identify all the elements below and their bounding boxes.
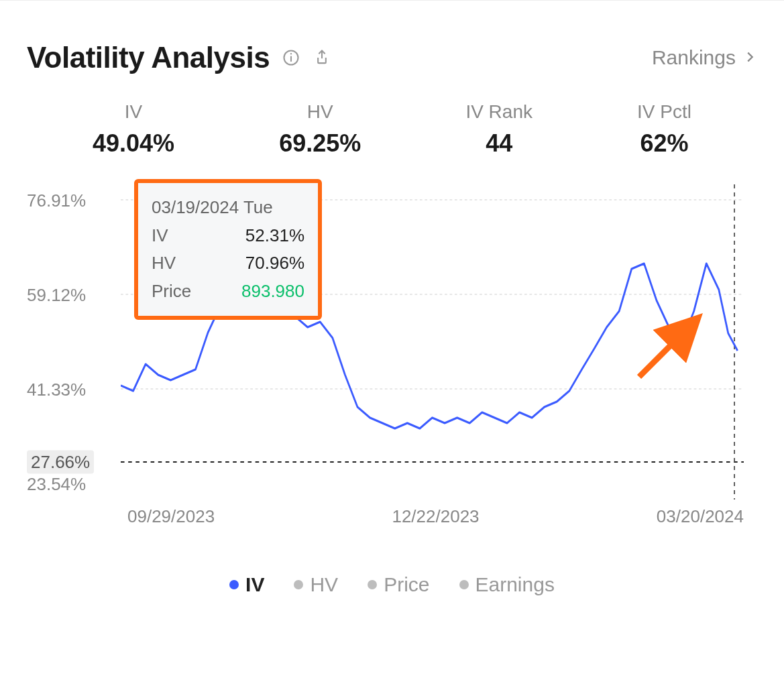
stat-label: IV Rank [465, 101, 533, 123]
annotation-arrow-icon [632, 310, 706, 384]
rankings-label: Rankings [652, 46, 736, 69]
x-tick: 12/22/2023 [392, 506, 479, 540]
legend-dot-icon [368, 580, 377, 589]
volatility-chart[interactable]: 76.91% 59.12% 41.33% 27.66% 23.54% 03/19… [27, 184, 750, 540]
svg-point-2 [290, 53, 292, 54]
legend-dot-icon [294, 580, 303, 589]
y-tick: 59.12% [27, 284, 86, 305]
y-axis: 76.91% 59.12% 41.33% 27.66% 23.54% [27, 184, 114, 500]
tooltip-price-label: Price [152, 278, 191, 306]
stat-label: IV [125, 101, 142, 123]
chevron-right-icon [742, 46, 757, 69]
tooltip-iv-label: IV [152, 222, 168, 250]
legend-dot-icon [229, 580, 239, 589]
volatility-analysis-panel: Volatility Analysis Rankings IV [0, 0, 784, 698]
tooltip-hv-value: 70.96% [245, 249, 304, 278]
tooltip-price-value: 893.980 [241, 278, 304, 306]
legend-iv[interactable]: IV [229, 573, 264, 596]
stat-label: IV Pctl [637, 101, 691, 123]
stat-iv-pctl[interactable]: IV Pctl 62% [637, 101, 691, 158]
rankings-link[interactable]: Rankings [652, 46, 757, 69]
page-title: Volatility Analysis [27, 41, 270, 74]
x-tick: 09/29/2023 [127, 506, 215, 540]
y-tick: 76.91% [27, 190, 86, 211]
stat-value: 44 [486, 129, 512, 158]
stat-hv[interactable]: HV 69.25% [279, 101, 361, 158]
chart-legend: IV HV Price Earnings [27, 573, 757, 596]
tooltip-hv-label: HV [152, 249, 176, 278]
y-tick: 23.54% [27, 473, 86, 494]
stat-value: 69.25% [279, 129, 361, 158]
plot-area: 03/19/2024 Tue IV 52.31% HV 70.96% Price… [121, 184, 744, 500]
legend-price[interactable]: Price [368, 573, 429, 596]
tooltip-date: 03/19/2024 Tue [152, 194, 304, 222]
legend-earnings[interactable]: Earnings [459, 573, 555, 596]
legend-label: Price [384, 573, 429, 596]
stats-row: IV 49.04% HV 69.25% IV Rank 44 IV Pctl 6… [40, 101, 744, 158]
legend-label: Earnings [475, 573, 555, 596]
info-icon[interactable] [282, 48, 300, 67]
stat-label: HV [307, 101, 333, 123]
title-group: Volatility Analysis [27, 41, 331, 74]
stat-value: 62% [640, 129, 688, 158]
legend-hv[interactable]: HV [294, 573, 338, 596]
chart-tooltip: 03/19/2024 Tue IV 52.31% HV 70.96% Price… [134, 179, 322, 320]
stat-value: 49.04% [93, 129, 174, 158]
tooltip-iv-value: 52.31% [245, 222, 304, 250]
y-tick-highlight: 27.66% [27, 450, 94, 473]
stat-iv[interactable]: IV 49.04% [93, 101, 174, 158]
svg-line-8 [639, 322, 695, 377]
legend-label: HV [310, 573, 338, 596]
y-tick: 41.33% [27, 379, 86, 400]
x-tick: 03/20/2024 [657, 506, 744, 540]
panel-header: Volatility Analysis Rankings [27, 41, 757, 74]
legend-label: IV [245, 573, 264, 596]
legend-dot-icon [459, 580, 469, 589]
share-icon[interactable] [313, 48, 331, 67]
x-axis: 09/29/2023 12/22/2023 03/20/2024 [121, 500, 744, 540]
stat-iv-rank[interactable]: IV Rank 44 [465, 101, 533, 158]
